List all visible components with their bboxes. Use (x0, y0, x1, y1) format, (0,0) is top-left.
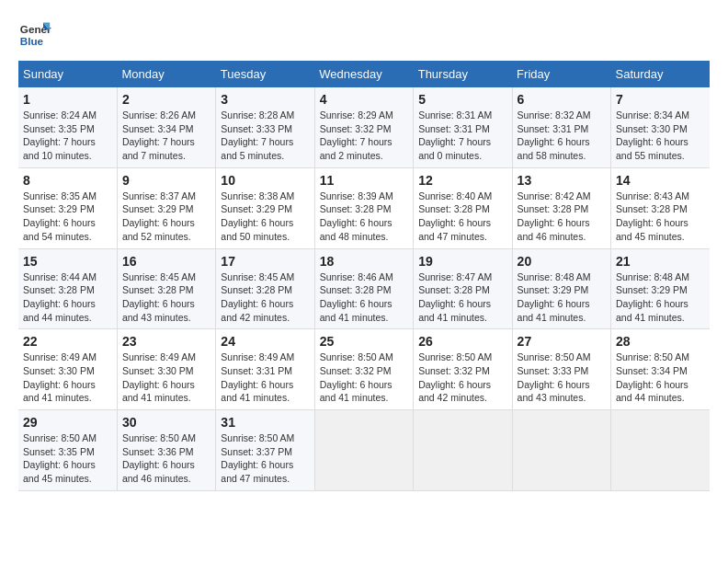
day-number: 20 (518, 254, 606, 269)
column-header-sunday: Sunday (18, 61, 117, 87)
day-number: 13 (518, 173, 606, 188)
day-cell: 7Sunrise: 8:34 AM Sunset: 3:30 PM Daylig… (611, 87, 710, 167)
day-number: 31 (221, 415, 309, 430)
day-info: Sunrise: 8:34 AM Sunset: 3:30 PM Dayligh… (616, 109, 705, 163)
day-cell: 29Sunrise: 8:50 AM Sunset: 3:35 PM Dayli… (18, 410, 117, 491)
week-row-4: 22Sunrise: 8:49 AM Sunset: 3:30 PM Dayli… (18, 329, 710, 410)
day-cell: 24Sunrise: 8:49 AM Sunset: 3:31 PM Dayli… (216, 329, 314, 410)
day-cell: 14Sunrise: 8:43 AM Sunset: 3:28 PM Dayli… (611, 167, 710, 248)
week-row-5: 29Sunrise: 8:50 AM Sunset: 3:35 PM Dayli… (18, 410, 710, 491)
page-header: General Blue (18, 18, 710, 52)
day-info: Sunrise: 8:44 AM Sunset: 3:28 PM Dayligh… (23, 270, 112, 325)
week-row-3: 15Sunrise: 8:44 AM Sunset: 3:28 PM Dayli… (18, 248, 710, 329)
day-info: Sunrise: 8:50 AM Sunset: 3:32 PM Dayligh… (418, 350, 506, 405)
day-number: 8 (23, 173, 112, 188)
day-cell: 26Sunrise: 8:50 AM Sunset: 3:32 PM Dayli… (414, 329, 512, 410)
day-number: 22 (23, 334, 112, 349)
day-info: Sunrise: 8:49 AM Sunset: 3:31 PM Dayligh… (221, 350, 309, 405)
day-info: Sunrise: 8:24 AM Sunset: 3:35 PM Dayligh… (23, 109, 112, 163)
day-number: 21 (616, 254, 705, 269)
svg-text:Blue: Blue (20, 35, 44, 47)
day-cell (414, 410, 512, 491)
day-cell: 31Sunrise: 8:50 AM Sunset: 3:37 PM Dayli… (216, 410, 314, 491)
day-number: 11 (320, 173, 408, 188)
day-cell: 5Sunrise: 8:31 AM Sunset: 3:31 PM Daylig… (414, 87, 512, 167)
day-number: 14 (616, 173, 705, 188)
day-info: Sunrise: 8:50 AM Sunset: 3:35 PM Dayligh… (23, 431, 112, 486)
day-cell: 27Sunrise: 8:50 AM Sunset: 3:33 PM Dayli… (512, 329, 610, 410)
day-number: 3 (221, 92, 309, 107)
day-number: 30 (122, 415, 210, 430)
day-number: 23 (122, 334, 210, 349)
day-cell (512, 410, 610, 491)
day-cell: 12Sunrise: 8:40 AM Sunset: 3:28 PM Dayli… (414, 167, 512, 248)
day-number: 17 (221, 254, 309, 269)
day-info: Sunrise: 8:39 AM Sunset: 3:28 PM Dayligh… (320, 190, 408, 244)
day-info: Sunrise: 8:50 AM Sunset: 3:37 PM Dayligh… (221, 431, 309, 486)
logo: General Blue (18, 18, 51, 52)
day-cell: 25Sunrise: 8:50 AM Sunset: 3:32 PM Dayli… (314, 329, 413, 410)
day-info: Sunrise: 8:35 AM Sunset: 3:29 PM Dayligh… (23, 190, 112, 244)
day-number: 5 (418, 92, 506, 107)
day-cell: 18Sunrise: 8:46 AM Sunset: 3:28 PM Dayli… (314, 248, 413, 329)
day-info: Sunrise: 8:50 AM Sunset: 3:36 PM Dayligh… (122, 431, 210, 486)
day-cell: 15Sunrise: 8:44 AM Sunset: 3:28 PM Dayli… (18, 248, 117, 329)
day-cell: 4Sunrise: 8:29 AM Sunset: 3:32 PM Daylig… (314, 87, 413, 167)
day-cell: 3Sunrise: 8:28 AM Sunset: 3:33 PM Daylig… (216, 87, 314, 167)
day-info: Sunrise: 8:46 AM Sunset: 3:28 PM Dayligh… (320, 270, 408, 325)
day-cell: 9Sunrise: 8:37 AM Sunset: 3:29 PM Daylig… (117, 167, 215, 248)
column-header-saturday: Saturday (611, 61, 710, 87)
day-number: 24 (221, 334, 309, 349)
day-number: 10 (221, 173, 309, 188)
column-header-tuesday: Tuesday (216, 61, 314, 87)
day-cell: 21Sunrise: 8:48 AM Sunset: 3:29 PM Dayli… (611, 248, 710, 329)
week-row-2: 8Sunrise: 8:35 AM Sunset: 3:29 PM Daylig… (18, 167, 710, 248)
day-info: Sunrise: 8:43 AM Sunset: 3:28 PM Dayligh… (616, 190, 705, 244)
day-cell: 30Sunrise: 8:50 AM Sunset: 3:36 PM Dayli… (117, 410, 215, 491)
day-info: Sunrise: 8:45 AM Sunset: 3:28 PM Dayligh… (221, 270, 309, 325)
day-info: Sunrise: 8:49 AM Sunset: 3:30 PM Dayligh… (122, 350, 210, 405)
day-cell: 8Sunrise: 8:35 AM Sunset: 3:29 PM Daylig… (18, 167, 117, 248)
column-header-thursday: Thursday (414, 61, 512, 87)
day-cell: 28Sunrise: 8:50 AM Sunset: 3:34 PM Dayli… (611, 329, 710, 410)
calendar-table: SundayMondayTuesdayWednesdayThursdayFrid… (18, 61, 710, 491)
day-info: Sunrise: 8:48 AM Sunset: 3:29 PM Dayligh… (616, 270, 705, 325)
day-info: Sunrise: 8:40 AM Sunset: 3:28 PM Dayligh… (418, 190, 506, 244)
day-cell (611, 410, 710, 491)
day-cell: 17Sunrise: 8:45 AM Sunset: 3:28 PM Dayli… (216, 248, 314, 329)
day-info: Sunrise: 8:31 AM Sunset: 3:31 PM Dayligh… (418, 109, 506, 163)
day-info: Sunrise: 8:29 AM Sunset: 3:32 PM Dayligh… (320, 109, 408, 163)
day-number: 16 (122, 254, 210, 269)
week-row-1: 1Sunrise: 8:24 AM Sunset: 3:35 PM Daylig… (18, 87, 710, 167)
column-header-friday: Friday (512, 61, 610, 87)
day-number: 6 (518, 92, 606, 107)
day-cell: 6Sunrise: 8:32 AM Sunset: 3:31 PM Daylig… (512, 87, 610, 167)
day-number: 29 (23, 415, 112, 430)
day-info: Sunrise: 8:37 AM Sunset: 3:29 PM Dayligh… (122, 190, 210, 244)
day-number: 28 (616, 334, 705, 349)
day-info: Sunrise: 8:45 AM Sunset: 3:28 PM Dayligh… (122, 270, 210, 325)
day-number: 1 (23, 92, 112, 107)
day-number: 4 (320, 92, 408, 107)
day-number: 25 (320, 334, 408, 349)
day-info: Sunrise: 8:38 AM Sunset: 3:29 PM Dayligh… (221, 190, 309, 244)
day-cell: 2Sunrise: 8:26 AM Sunset: 3:34 PM Daylig… (117, 87, 215, 167)
day-number: 12 (418, 173, 506, 188)
day-info: Sunrise: 8:50 AM Sunset: 3:32 PM Dayligh… (320, 350, 408, 405)
column-header-monday: Monday (117, 61, 215, 87)
day-info: Sunrise: 8:42 AM Sunset: 3:28 PM Dayligh… (518, 190, 606, 244)
day-number: 19 (418, 254, 506, 269)
day-number: 15 (23, 254, 112, 269)
day-number: 18 (320, 254, 408, 269)
column-header-wednesday: Wednesday (314, 61, 413, 87)
day-info: Sunrise: 8:26 AM Sunset: 3:34 PM Dayligh… (122, 109, 210, 163)
day-number: 2 (122, 92, 210, 107)
header-row: SundayMondayTuesdayWednesdayThursdayFrid… (18, 61, 710, 87)
day-info: Sunrise: 8:50 AM Sunset: 3:34 PM Dayligh… (616, 350, 705, 405)
day-cell: 11Sunrise: 8:39 AM Sunset: 3:28 PM Dayli… (314, 167, 413, 248)
day-cell: 20Sunrise: 8:48 AM Sunset: 3:29 PM Dayli… (512, 248, 610, 329)
logo-icon: General Blue (18, 18, 51, 52)
day-cell: 19Sunrise: 8:47 AM Sunset: 3:28 PM Dayli… (414, 248, 512, 329)
day-cell: 10Sunrise: 8:38 AM Sunset: 3:29 PM Dayli… (216, 167, 314, 248)
day-info: Sunrise: 8:47 AM Sunset: 3:28 PM Dayligh… (418, 270, 506, 325)
